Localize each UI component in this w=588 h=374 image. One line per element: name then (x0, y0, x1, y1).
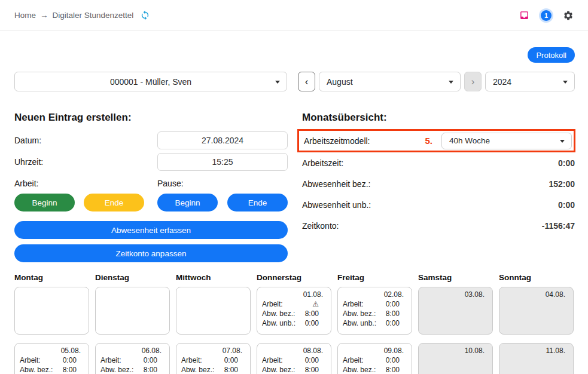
calendar-cell-empty[interactable] (14, 287, 89, 335)
cell-label-arbeit: Arbeit: (262, 355, 283, 365)
calendar-cell-empty[interactable] (176, 287, 251, 335)
next-month-button: › (464, 72, 482, 91)
stat-value: 0:00 (558, 158, 575, 168)
uhrzeit-field-row: Uhrzeit: (14, 153, 288, 171)
year-select-value: 2024 (493, 77, 511, 87)
uhrzeit-label: Uhrzeit: (14, 157, 43, 167)
calendar-cell[interactable]: 09.08. Arbeit: 0:00 Abw. bez.: 8:00 (337, 343, 412, 374)
pause-beginn-button[interactable]: Beginn (157, 194, 218, 211)
breadcrumb-current: Digitaler Stundenzettel (53, 11, 134, 20)
stat-value: -1156:47 (542, 221, 575, 231)
year-select[interactable]: 2024 (485, 72, 575, 91)
arbeit-beginn-button[interactable]: Beginn (14, 194, 75, 211)
datum-field-row: Datum: (14, 131, 288, 149)
abwesenheit-erfassen-button[interactable]: Abwesenheit erfassen (14, 221, 288, 239)
stat-value: 0:00 (558, 200, 575, 210)
filter-row: 000001 - Müller, Sven ‹ August › 2024 (14, 72, 575, 91)
annotation-highlight-5: Arbeitszeitmodell: 5. 40h Woche (297, 129, 575, 152)
arbeit-buttons: Beginn Ende (14, 194, 144, 211)
breadcrumb-home[interactable]: Home (14, 11, 36, 20)
calendar-cell[interactable]: 07.08. Arbeit: 0:00 Abw. bez.: 8:00 (176, 343, 251, 374)
refresh-button[interactable] (140, 10, 150, 20)
day-header-mittwoch: Mittwoch (176, 272, 251, 283)
cell-label-abw-bez: Abw. bez.: (343, 365, 376, 374)
day-header-donnerstag: Donnerstag (257, 272, 331, 283)
chevron-down-icon (275, 81, 280, 84)
cell-value: 8:00 (144, 365, 157, 374)
calendar-cell[interactable]: 06.08. Arbeit: 0:00 Abw. bez.: 8:00 (95, 343, 170, 374)
stat-label: Abwesenheit bez.: (302, 179, 370, 189)
cell-value: 8:00 (63, 365, 77, 374)
day-header-sonntag: Sonntag (499, 272, 574, 283)
stat-arbeitszeit: Arbeitszeit: 0:00 (302, 158, 575, 168)
employee-select[interactable]: 000001 - Müller, Sven (14, 72, 287, 91)
stat-label: Arbeitszeit: (302, 158, 343, 168)
cell-date: 05.08. (20, 346, 84, 355)
cell-date: 11.08. (504, 346, 568, 355)
cell-label-arbeit: Arbeit: (181, 355, 202, 365)
cell-value: 0:00 (386, 355, 400, 365)
stat-abwesenheit-bez: Abwesenheit bez.: 152:00 (302, 179, 575, 189)
time-buttons-row: Beginn Ende Beginn Ende (14, 194, 288, 211)
stat-abwesenheit-unb: Abwesenheit unb.: 0:00 (302, 200, 575, 210)
calendar-cell-weekend[interactable]: 03.08. (418, 287, 493, 335)
app-window: Home → Digitaler Stundenzettel 1 (0, 0, 588, 374)
protokoll-row: Protokoll (14, 47, 575, 63)
cell-date: 07.08. (181, 346, 245, 355)
calendar-cell[interactable]: 05.08. Arbeit: 0:00 Abw. bez.: 8:00 (14, 343, 89, 374)
topbar: Home → Digitaler Stundenzettel 1 (0, 0, 588, 31)
calendar-cell-weekend[interactable]: 04.08. (499, 287, 574, 335)
day-header-freitag: Freitag (337, 272, 412, 283)
pause-ende-button[interactable]: Ende (227, 194, 288, 211)
calendar-cell[interactable]: 02.08. Arbeit: 0:00 Abw. bez.: 8:00 Abw.… (337, 287, 412, 335)
cell-value: 0:00 (305, 318, 319, 328)
calendar-week-1: 01.08. Arbeit: ⚠ Abw. bez.: 8:00 Abw. un… (14, 287, 575, 335)
arbeit-label: Arbeit: (14, 179, 144, 188)
cell-date: 02.08. (343, 290, 407, 299)
cell-value: 0:00 (386, 299, 400, 309)
cell-value: 0:00 (144, 355, 157, 365)
annotation-step-number: 5. (425, 136, 432, 146)
notification-badge[interactable]: 1 (541, 10, 552, 21)
stat-value: 152:00 (549, 179, 575, 189)
chevron-down-icon (563, 81, 568, 84)
calendar-cell[interactable]: 01.08. Arbeit: ⚠ Abw. bez.: 8:00 Abw. un… (257, 287, 331, 335)
calendar-cell[interactable]: 08.08. Arbeit: 0:00 Abw. bez.: 8:00 (257, 343, 331, 374)
month-navigation: ‹ August › 2024 (298, 72, 575, 91)
arbeit-ende-button[interactable]: Ende (84, 194, 144, 211)
cell-value: 0:00 (386, 318, 400, 328)
cell-date: 04.08. (504, 290, 568, 299)
calendar-week-2: 05.08. Arbeit: 0:00 Abw. bez.: 8:00 06.0… (14, 343, 575, 374)
day-header-dienstag: Dienstag (95, 272, 170, 283)
cell-label-arbeit: Arbeit: (343, 299, 364, 309)
prev-month-button[interactable]: ‹ (298, 72, 315, 91)
cell-value: 8:00 (305, 365, 319, 374)
protokoll-button[interactable]: Protokoll (528, 47, 575, 63)
cell-value: 0:00 (224, 355, 238, 365)
topbar-actions: 1 (519, 10, 574, 21)
cell-value: 0:00 (305, 355, 319, 365)
cell-label-arbeit: Arbeit: (262, 299, 283, 309)
cell-value: 8:00 (224, 365, 238, 374)
calendar-cell-weekend[interactable]: 10.08. (418, 343, 493, 374)
datum-input[interactable] (157, 131, 288, 149)
cell-label-arbeit: Arbeit: (100, 355, 121, 365)
stat-zeitkonto: Zeitkonto: -1156:47 (302, 221, 575, 231)
new-entry-section: Neuen Eintrag erstellen: Datum: Uhrzeit:… (14, 112, 288, 262)
cell-date: 03.08. (424, 290, 488, 299)
cell-date: 08.08. (262, 346, 326, 355)
zeitkonto-anpassen-button[interactable]: Zeitkonto anpassen (14, 244, 288, 262)
settings-button[interactable] (563, 10, 574, 21)
chevron-down-icon (449, 81, 453, 84)
calendar-cell-empty[interactable] (95, 287, 170, 335)
calendar-cell-weekend[interactable]: 11.08. (499, 343, 574, 374)
month-select[interactable]: August (319, 72, 461, 91)
month-overview-title: Monatsübersicht: (302, 112, 575, 124)
inbox-button[interactable] (519, 10, 529, 20)
cell-label-abw-unb: Abw. unb.: (262, 318, 295, 328)
arbeitszeitmodell-value: 40h Woche (449, 136, 490, 145)
datum-label: Datum: (14, 136, 41, 145)
chevron-down-icon (560, 140, 565, 143)
uhrzeit-input[interactable] (157, 153, 288, 171)
arbeitszeitmodell-select[interactable]: 40h Woche (441, 133, 572, 149)
